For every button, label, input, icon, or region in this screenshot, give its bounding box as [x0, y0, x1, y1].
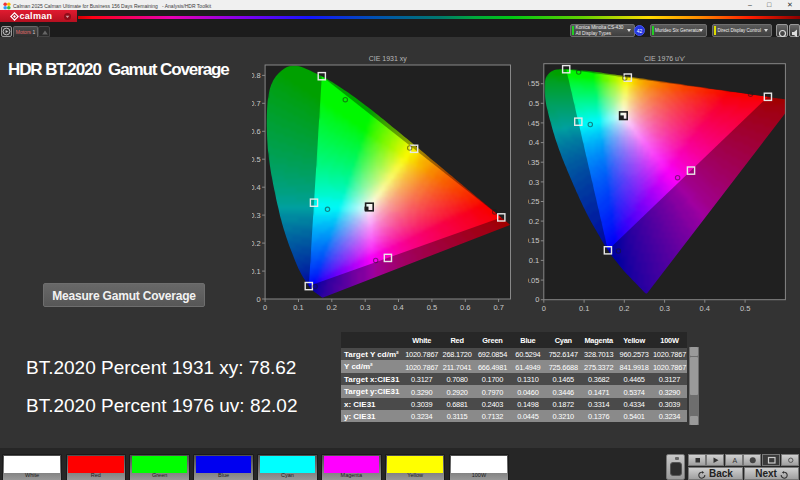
svg-text:0.25: 0.25 — [528, 197, 539, 206]
svg-text:0.2: 0.2 — [327, 303, 337, 312]
svg-text:0.35: 0.35 — [528, 158, 539, 167]
svg-text:CIE 1976 u'v': CIE 1976 u'v' — [644, 55, 685, 62]
svg-text:0.1: 0.1 — [579, 304, 589, 313]
svg-text:0.1: 0.1 — [293, 303, 303, 312]
svg-text:0.5: 0.5 — [252, 155, 261, 164]
svg-text:0.45: 0.45 — [528, 119, 539, 128]
svg-text:0.4: 0.4 — [393, 303, 403, 312]
svg-text:0.05: 0.05 — [528, 276, 539, 285]
svg-text:0.5: 0.5 — [427, 303, 437, 312]
svg-text:0.7: 0.7 — [493, 303, 503, 312]
svg-text:0.4: 0.4 — [700, 304, 710, 313]
svg-text:0.5: 0.5 — [740, 304, 750, 313]
svg-text:0.1: 0.1 — [252, 267, 261, 276]
svg-text:0: 0 — [256, 295, 260, 304]
svg-text:CIE 1931 xy: CIE 1931 xy — [369, 55, 408, 63]
svg-text:0.4: 0.4 — [529, 138, 539, 147]
svg-text:0.3: 0.3 — [360, 303, 370, 312]
svg-text:0: 0 — [263, 303, 267, 312]
svg-text:0.3: 0.3 — [252, 211, 261, 220]
svg-text:0.2: 0.2 — [619, 304, 629, 313]
svg-text:0.8: 0.8 — [252, 71, 261, 80]
svg-text:0.5: 0.5 — [529, 99, 539, 108]
svg-text:0.6: 0.6 — [460, 303, 470, 312]
svg-text:0.15: 0.15 — [528, 236, 539, 245]
svg-text:0.4: 0.4 — [252, 183, 261, 192]
svg-text:0.2: 0.2 — [252, 239, 261, 248]
svg-text:0.55: 0.55 — [528, 79, 539, 88]
svg-text:A: A — [732, 457, 737, 464]
svg-text:0.3: 0.3 — [659, 304, 669, 313]
svg-text:0.2: 0.2 — [529, 217, 539, 226]
svg-text:0.3: 0.3 — [529, 178, 539, 187]
svg-text:0: 0 — [542, 304, 546, 313]
svg-text:0.7: 0.7 — [252, 99, 261, 108]
svg-text:0: 0 — [535, 295, 539, 304]
svg-text:0.6: 0.6 — [252, 127, 261, 136]
svg-text:0.1: 0.1 — [529, 256, 539, 265]
